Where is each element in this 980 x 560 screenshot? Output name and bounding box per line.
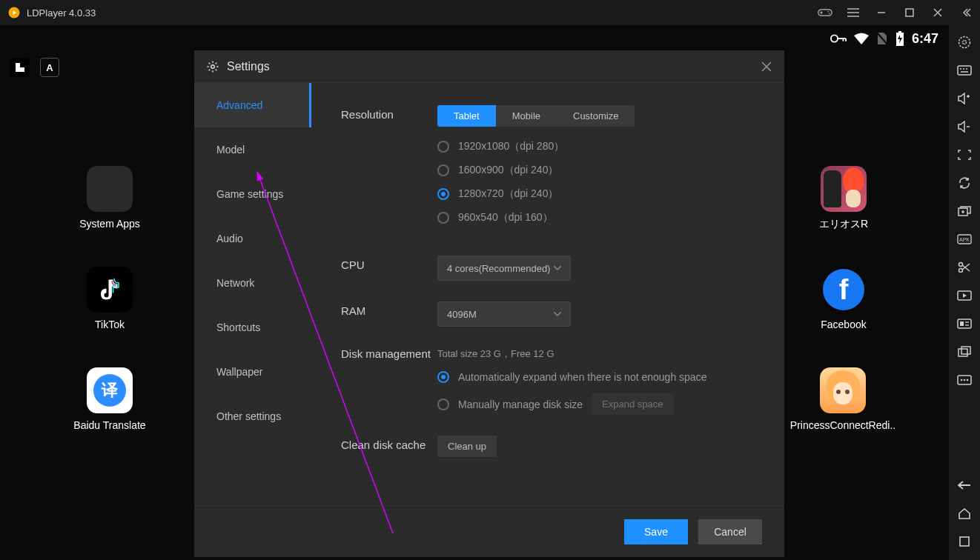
tab-label: Audio [216,233,243,244]
svg-point-26 [960,68,961,70]
svg-point-27 [963,68,964,70]
svg-rect-43 [958,319,971,328]
chevron-down-icon [554,266,561,270]
disk-manual[interactable]: Manually manage disk size Expand space [437,393,755,415]
svg-rect-25 [958,66,971,75]
no-sim-icon [876,31,888,46]
tab-label: Shortcuts [216,321,260,333]
more-icon[interactable] [953,370,976,390]
resolution-1600x900[interactable]: 1600x900（dpi 240） [437,164,755,177]
seg-customize[interactable]: Customize [557,105,635,127]
app-princess-connect[interactable]: PrincessConnectRedi.. [787,367,898,431]
fullscreen-icon[interactable] [953,145,976,164]
settings-close-icon[interactable] [758,58,775,79]
settings-title: Settings [227,60,270,73]
tab-game-settings[interactable]: Game settings [194,172,311,216]
svg-point-4 [827,11,829,13]
record-icon[interactable] [953,286,976,305]
operation-record-icon[interactable] [953,314,976,333]
volume-down-icon[interactable] [953,117,976,136]
seg-mobile[interactable]: Mobile [496,105,557,127]
tab-network[interactable]: Network [194,261,311,305]
multi-instance-icon[interactable] [953,201,976,221]
tab-label: Other settings [216,410,281,422]
radio-icon [437,188,449,200]
ldplayer-logo-icon [7,6,21,19]
resolution-1920x1080[interactable]: 1920x1080（dpi 280） [437,140,755,153]
maximize-icon[interactable] [895,0,924,25]
tab-advanced[interactable]: Advanced [194,83,311,127]
tab-label: Network [216,277,254,289]
svg-point-24 [959,37,970,48]
svg-rect-10 [906,9,913,16]
cpu-select[interactable]: 4 cores(Recommended) [437,256,571,281]
svg-point-50 [961,379,963,381]
radio-label: 960x540（dpi 160） [458,211,553,224]
toolbar-icon-1[interactable] [10,58,30,77]
apk-icon[interactable]: APK [953,230,976,249]
sync-icon[interactable] [953,173,976,193]
home-icon[interactable] [953,504,976,523]
app-label: Baidu Translate [73,419,147,431]
gear-icon [206,60,219,73]
tab-other-settings[interactable]: Other settings [194,394,311,439]
shared-folder-icon[interactable] [953,342,976,361]
toolbar-icon-2[interactable]: A [40,58,59,77]
radio-label: 1280x720（dpi 240） [458,187,558,201]
ram-select[interactable]: 4096M [437,301,571,327]
app-facebook[interactable]: f Facebook [807,267,881,330]
radio-icon [437,141,449,153]
tab-model[interactable]: Model [194,127,311,172]
recents-icon[interactable] [953,532,976,551]
volume-up-icon[interactable] [953,89,976,108]
tab-audio[interactable]: Audio [194,216,311,261]
svg-rect-48 [961,347,970,354]
resolution-mode-segment: Tablet Mobile Customize [437,105,635,127]
svg-point-13 [831,35,838,41]
tab-shortcuts[interactable]: Shortcuts [194,305,311,350]
ram-label: RAM [341,301,437,317]
tab-label: Model [216,144,245,156]
gamepad-icon[interactable] [811,0,839,25]
app-system-apps[interactable]: System Apps [73,166,147,230]
svg-point-28 [966,68,967,70]
clean-label: Clean disk cache [341,436,437,451]
expand-space-button: Expand space [592,393,673,415]
menu-icon[interactable] [839,0,867,25]
save-button[interactable]: Save [624,519,688,544]
tab-wallpaper[interactable]: Wallpaper [194,350,311,394]
settings-gear-icon[interactable] [953,33,976,52]
launcher-toolbar: A [10,58,59,77]
cancel-button[interactable]: Cancel [698,519,762,544]
app-label: Facebook [807,319,881,330]
collapse-icon[interactable] [952,0,980,25]
radio-label: Manually manage disk size [458,399,583,410]
radio-label: 1920x1080（dpi 280） [458,140,564,153]
back-icon[interactable] [953,476,976,495]
titlebar: LDPlayer 4.0.33 [0,0,980,25]
app-tiktok[interactable]: TikTok [73,267,147,330]
radio-icon [437,371,449,383]
keyboard-icon[interactable] [953,61,976,80]
status-time: 6:47 [912,31,938,47]
app-baidu-translate[interactable]: 译 Baidu Translate [73,367,147,431]
settings-sidebar: Advanced Model Game settings Audio Netwo… [194,83,311,505]
settings-modal: Settings Advanced Model Game settings Au… [194,50,784,557]
minimize-icon[interactable] [867,0,895,25]
emulator-desktop: 6:47 A System Apps TikTok 译 Baidu Transl… [0,25,949,560]
app-label: TikTok [73,319,147,330]
radio-label: Automatically expand when there is not e… [458,371,706,383]
clean-up-button[interactable]: Clean up [437,436,497,457]
chevron-down-icon [554,312,561,316]
seg-tablet[interactable]: Tablet [437,105,496,127]
resolution-960x540[interactable]: 960x540（dpi 160） [437,211,755,224]
resolution-1280x720[interactable]: 1280x720（dpi 240） [437,187,755,201]
app-label: System Apps [73,218,147,230]
disk-label: Disk management [341,347,437,360]
scissors-icon[interactable] [953,258,976,277]
select-value: 4096M [447,309,477,320]
svg-rect-44 [960,321,964,326]
close-icon[interactable] [924,0,952,25]
app-elios[interactable]: エリオスR [807,166,881,231]
disk-auto-expand[interactable]: Automatically expand when there is not e… [437,371,755,383]
